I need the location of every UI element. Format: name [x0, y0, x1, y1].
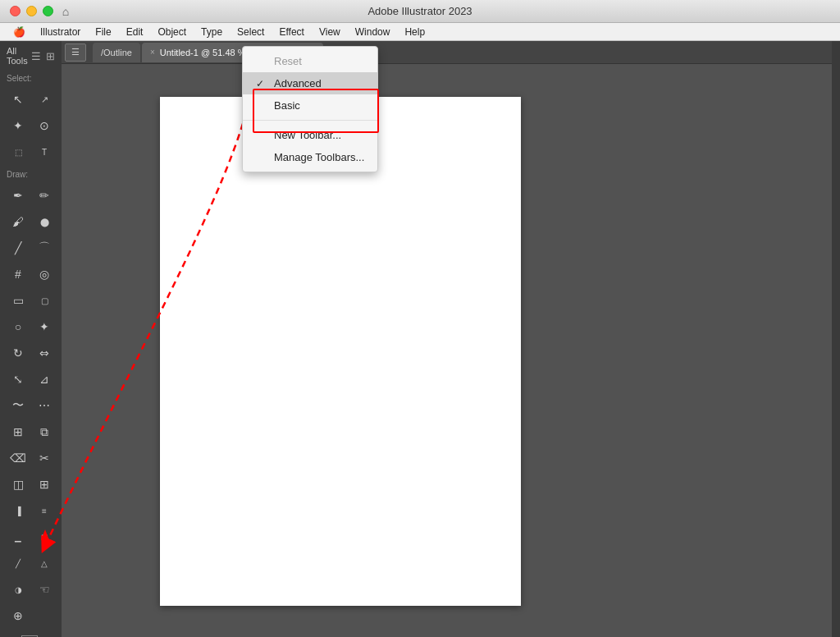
tools-panel-header: All Tools ☰ ⊞: [0, 41, 62, 71]
tools-header-icons: ☰ ⊞: [31, 50, 55, 62]
paintbrush-tool[interactable]: 🖌: [5, 209, 31, 235]
menu-select[interactable]: Select: [231, 25, 271, 39]
close-button[interactable]: [10, 6, 21, 16]
artboard-tool[interactable]: ⬚: [5, 139, 31, 165]
rounded-rect-tool[interactable]: ▢: [31, 287, 57, 314]
canvas-paper: [160, 97, 521, 606]
pencil-tool[interactable]: ✏: [31, 182, 57, 209]
pie-chart-tool[interactable]: ◑: [5, 576, 31, 603]
line-tool[interactable]: ╱: [5, 235, 31, 261]
area-chart-tool[interactable]: △: [31, 550, 57, 576]
list-view-icon[interactable]: ☰: [31, 50, 41, 62]
eraser-tool[interactable]: ⌫: [5, 445, 31, 471]
menu-view[interactable]: View: [313, 25, 347, 39]
grid-tool[interactable]: #: [5, 261, 31, 287]
stacked-bar-tool[interactable]: ≡: [31, 497, 57, 524]
warp-tool[interactable]: 〜: [5, 392, 31, 419]
grid-view-icon[interactable]: ⊞: [46, 50, 55, 62]
dropdown-new-toolbar[interactable]: New Toolbar...: [243, 124, 377, 146]
dropdown-manage-toolbars[interactable]: Manage Toolbars...: [243, 146, 377, 168]
toolbar-area: ☰: [65, 44, 86, 62]
content-area: ☰ /Outline × Untitled-1 @ 51.48 % (CMYK/…: [62, 41, 832, 637]
rect-tool[interactable]: ▭: [5, 287, 31, 314]
shape-builder-tool[interactable]: ⧉: [31, 419, 57, 445]
tools-panel: All Tools ☰ ⊞ Select: ↖ ↗ ✦ ⊙ ⬚ T Draw: …: [0, 41, 62, 637]
draw-section-label: Draw:: [0, 167, 62, 181]
arc-tool[interactable]: ⌒: [31, 235, 57, 261]
basic-label: Basic: [274, 99, 300, 112]
free-transform-tool[interactable]: ⊞: [5, 419, 31, 445]
rotate-tool[interactable]: ↻: [5, 340, 31, 366]
lasso-tool[interactable]: ⊙: [31, 112, 57, 139]
reflect-tool[interactable]: ⇔: [31, 340, 57, 366]
reset-label: Reset: [274, 55, 302, 67]
advanced-label: Advanced: [274, 77, 322, 89]
dropdown-advanced[interactable]: ✓ Advanced: [243, 72, 377, 94]
direct-selection-tool[interactable]: ↗: [31, 86, 57, 112]
shear-tool[interactable]: ⊿: [31, 366, 57, 392]
ellipse-tool[interactable]: ○: [5, 314, 31, 340]
width-tool[interactable]: ⋯: [31, 392, 57, 419]
advanced-checkmark: ✓: [256, 78, 267, 89]
star-tool[interactable]: ✦: [31, 314, 57, 340]
window-title: Adobe Illustrator 2023: [368, 5, 472, 17]
menu-illustrator[interactable]: Illustrator: [34, 25, 87, 39]
minimize-button[interactable]: [26, 6, 37, 16]
dropdown-basic[interactable]: Basic: [243, 94, 377, 117]
menu-window[interactable]: Window: [349, 25, 397, 39]
bar-chart-tool[interactable]: ▐: [5, 497, 31, 524]
menu-bar: 🍎 Illustrator File Edit Object Type Sele…: [0, 23, 840, 41]
scale-tool[interactable]: ⤡: [5, 366, 31, 392]
select-section-label: Select:: [0, 71, 62, 85]
menu-object[interactable]: Object: [151, 25, 193, 39]
toolbar-dropdown-button[interactable]: ☰: [65, 44, 86, 62]
polar-grid-tool[interactable]: ◎: [31, 261, 57, 287]
gradient-tool[interactable]: ◫: [5, 471, 31, 497]
toolbar-dropdown-menu: Reset ✓ Advanced Basic New Toolbar... Ma…: [242, 46, 378, 172]
blob-brush-tool[interactable]: ⬤: [31, 209, 57, 235]
dropdown-reset[interactable]: Reset: [243, 50, 377, 72]
line-chart-tool[interactable]: ╱: [5, 550, 31, 576]
menu-file[interactable]: File: [89, 25, 117, 39]
manage-toolbars-label: Manage Toolbars...: [274, 151, 364, 163]
mesh-tool[interactable]: ⊞: [31, 471, 57, 497]
tabs-bar: ☰ /Outline × Untitled-1 @ 51.48 % (CMYK/…: [62, 41, 832, 64]
selection-tool[interactable]: ↖: [5, 86, 31, 112]
right-panel: [832, 41, 840, 637]
zoom-tool[interactable]: ⊕: [5, 603, 31, 629]
menu-edit[interactable]: Edit: [120, 25, 150, 39]
menu-apple[interactable]: 🍎: [7, 25, 32, 39]
canvas-area[interactable]: [62, 64, 832, 637]
tab-outline[interactable]: /Outline: [93, 43, 140, 62]
menu-effect[interactable]: Effect: [272, 25, 310, 39]
menu-help[interactable]: Help: [398, 25, 431, 39]
home-icon[interactable]: ⌂: [57, 3, 74, 20]
select-tools-grid: ↖ ↗ ✦ ⊙ ⬚ T: [0, 85, 62, 167]
touch-type-tool[interactable]: T: [31, 139, 57, 165]
tab-close-icon[interactable]: ×: [150, 48, 155, 57]
column-chart-tool[interactable]: ▁: [5, 524, 31, 550]
title-bar: ⌂ Adobe Illustrator 2023: [0, 0, 840, 23]
scissors-tool[interactable]: ✂: [31, 445, 57, 471]
pen-tool[interactable]: ✒: [5, 182, 31, 209]
magic-wand-tool[interactable]: ✦: [5, 112, 31, 139]
stacked-column-tool[interactable]: ⊟: [31, 524, 57, 550]
color-swatches-area: [0, 630, 62, 637]
tab-outline-label: /Outline: [101, 48, 132, 57]
menu-type[interactable]: Type: [194, 25, 229, 39]
draw-tools-grid: ✒ ✏ 🖌 ⬤ ╱ ⌒ # ◎ ▭ ▢ ○ ✦ ↻ ⇔ ⤡ ⊿ 〜 ⋯ ⊞ ⧉ …: [0, 181, 62, 630]
all-tools-label: All Tools: [7, 46, 31, 66]
hand-tool[interactable]: ☜: [31, 576, 57, 603]
dropdown-separator: [243, 120, 377, 121]
maximize-button[interactable]: [43, 6, 53, 16]
main-layout: All Tools ☰ ⊞ Select: ↖ ↗ ✦ ⊙ ⬚ T Draw: …: [0, 41, 840, 637]
new-toolbar-label: New Toolbar...: [274, 129, 341, 141]
window-controls[interactable]: [10, 6, 53, 16]
